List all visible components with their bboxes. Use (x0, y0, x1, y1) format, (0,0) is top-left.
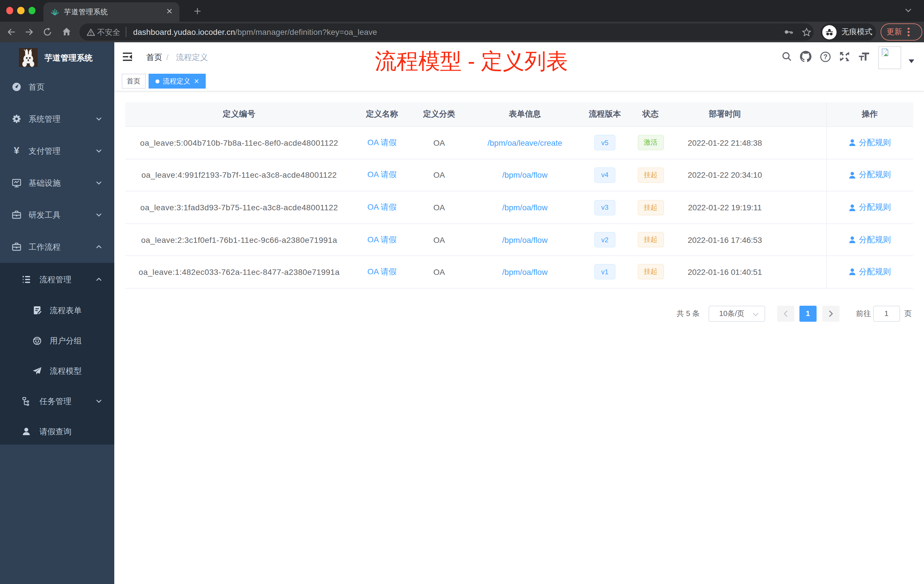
svg-text:?: ? (823, 53, 827, 61)
